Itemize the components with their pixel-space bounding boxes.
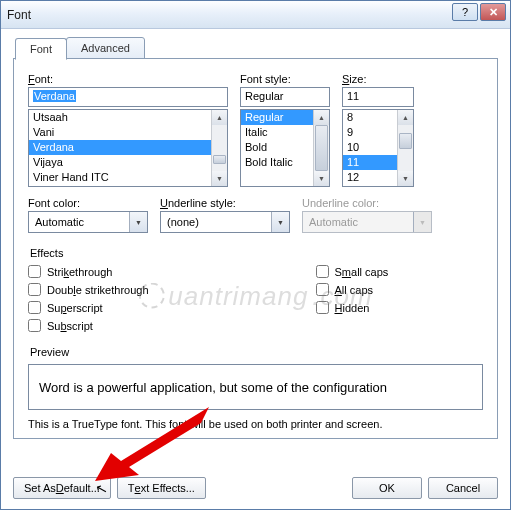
ok-button[interactable]: OK bbox=[352, 477, 422, 499]
font-hint: This is a TrueType font. This font will … bbox=[28, 418, 483, 430]
set-as-default-button[interactable]: Set As Default... bbox=[13, 477, 111, 499]
list-item[interactable]: Viner Hand ITC bbox=[29, 170, 227, 185]
help-button[interactable]: ? bbox=[452, 3, 478, 21]
scroll-up-icon[interactable]: ▲ bbox=[398, 110, 413, 125]
scrollbar[interactable]: ▲ ▼ bbox=[397, 110, 413, 186]
tab-advanced[interactable]: Advanced bbox=[66, 37, 145, 59]
underlinestyle-combo[interactable]: (none) ▼ bbox=[160, 211, 290, 233]
scroll-up-icon[interactable]: ▲ bbox=[212, 110, 227, 125]
chk-double-strikethrough[interactable]: Double strikethrough bbox=[28, 283, 196, 296]
font-label: Font: bbox=[28, 73, 228, 85]
size-column: Size: 11 8 9 10 11 12 ▲ ▼ bbox=[342, 73, 414, 187]
dialog-footer: Set As Default... Text Effects... OK Can… bbox=[13, 477, 498, 499]
preview-box: Word is a powerful application, but some… bbox=[28, 364, 483, 410]
titlebar: Font ? ✕ bbox=[1, 1, 510, 29]
font-listbox[interactable]: Utsaah Vani Verdana Vijaya Viner Hand IT… bbox=[28, 109, 228, 187]
tab-font[interactable]: Font bbox=[15, 38, 67, 60]
size-input[interactable]: 11 bbox=[342, 87, 414, 107]
fontstyle-column: Font style: Regular Regular Italic Bold … bbox=[240, 73, 330, 187]
chk-strikethrough[interactable]: Strikethrough bbox=[28, 265, 196, 278]
scroll-down-icon[interactable]: ▼ bbox=[398, 171, 413, 186]
fontcolor-label: Font color: bbox=[28, 197, 148, 209]
list-item[interactable]: Utsaah bbox=[29, 110, 227, 125]
text-effects-button[interactable]: Text Effects... bbox=[117, 477, 206, 499]
window-buttons: ? ✕ bbox=[452, 3, 506, 21]
fontcolor-combo[interactable]: Automatic ▼ bbox=[28, 211, 148, 233]
list-item[interactable]: Vijaya bbox=[29, 155, 227, 170]
fontcolor-column: Font color: Automatic ▼ bbox=[28, 197, 148, 233]
underlinestyle-label: Underline style: bbox=[160, 197, 290, 209]
fontstyle-listbox[interactable]: Regular Italic Bold Bold Italic ▲ ▼ bbox=[240, 109, 330, 187]
scroll-down-icon[interactable]: ▼ bbox=[212, 171, 227, 186]
row-color-underline: Font color: Automatic ▼ Underline style:… bbox=[28, 197, 483, 233]
chevron-down-icon: ▼ bbox=[129, 212, 147, 232]
scrollbar[interactable]: ▲ ▼ bbox=[211, 110, 227, 186]
effects-group: Strikethrough Double strikethrough Super… bbox=[28, 265, 483, 332]
row-font-selectors: Font: Verdana Utsaah Vani Verdana Vijaya… bbox=[28, 73, 483, 187]
scrollbar[interactable]: ▲ ▼ bbox=[313, 110, 329, 186]
scroll-down-icon[interactable]: ▼ bbox=[314, 171, 329, 186]
list-item[interactable]: Vani bbox=[29, 125, 227, 140]
cancel-button[interactable]: Cancel bbox=[428, 477, 498, 499]
window-title: Font bbox=[7, 8, 31, 22]
list-item[interactable]: Verdana bbox=[29, 140, 227, 155]
font-column: Font: Verdana Utsaah Vani Verdana Vijaya… bbox=[28, 73, 228, 187]
preview-label: Preview bbox=[28, 346, 483, 358]
underlinecolor-label: Underline color: bbox=[302, 197, 432, 209]
underlinecolor-column: Underline color: Automatic ▼ bbox=[302, 197, 432, 233]
chk-all-caps[interactable]: All caps bbox=[316, 283, 484, 296]
chevron-down-icon: ▼ bbox=[271, 212, 289, 232]
tab-strip: Font Advanced bbox=[15, 37, 510, 59]
close-button[interactable]: ✕ bbox=[480, 3, 506, 21]
fontstyle-input[interactable]: Regular bbox=[240, 87, 330, 107]
underlinecolor-combo: Automatic ▼ bbox=[302, 211, 432, 233]
size-label: Size: bbox=[342, 73, 414, 85]
effects-label: Effects bbox=[28, 247, 483, 259]
chk-small-caps[interactable]: Small caps bbox=[316, 265, 484, 278]
chk-subscript[interactable]: Subscript bbox=[28, 319, 196, 332]
fontstyle-label: Font style: bbox=[240, 73, 330, 85]
chevron-down-icon: ▼ bbox=[413, 212, 431, 232]
chk-hidden[interactable]: Hidden bbox=[316, 301, 484, 314]
font-dialog: Font ? ✕ Font Advanced Font: Verdana Uts… bbox=[0, 0, 511, 510]
size-listbox[interactable]: 8 9 10 11 12 ▲ ▼ bbox=[342, 109, 414, 187]
tab-panel-font: Font: Verdana Utsaah Vani Verdana Vijaya… bbox=[13, 58, 498, 439]
font-input[interactable]: Verdana bbox=[28, 87, 228, 107]
scroll-up-icon[interactable]: ▲ bbox=[314, 110, 329, 125]
chk-superscript[interactable]: Superscript bbox=[28, 301, 196, 314]
underlinestyle-column: Underline style: (none) ▼ bbox=[160, 197, 290, 233]
